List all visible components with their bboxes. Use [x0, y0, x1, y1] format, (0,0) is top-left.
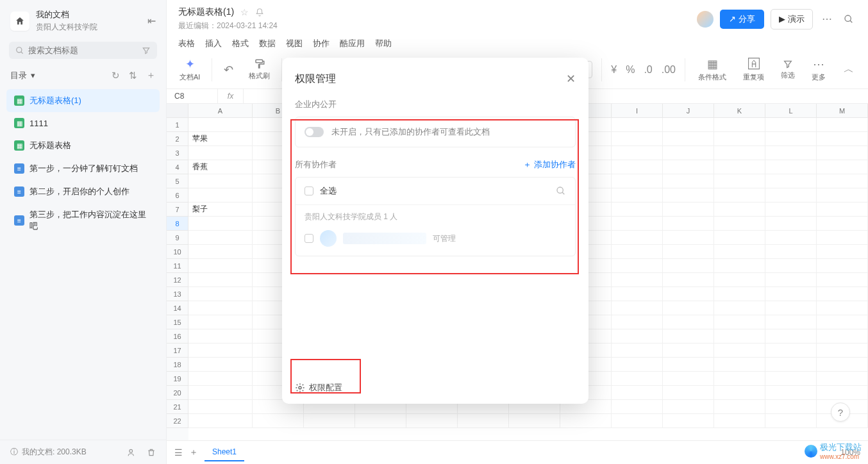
cell[interactable]	[714, 245, 765, 259]
cell[interactable]	[714, 400, 765, 414]
cell[interactable]	[765, 132, 817, 146]
menu-item[interactable]: 酷应用	[340, 38, 365, 49]
cell[interactable]	[188, 146, 253, 160]
cell[interactable]	[612, 174, 663, 188]
cell[interactable]	[612, 414, 663, 428]
cell[interactable]	[817, 203, 868, 217]
row-header[interactable]: 19	[167, 372, 188, 386]
present-button[interactable]: ▶ 演示	[771, 9, 813, 29]
cell[interactable]	[714, 118, 765, 132]
cell[interactable]	[817, 174, 868, 188]
cell[interactable]	[765, 287, 817, 301]
cell[interactable]	[817, 386, 868, 400]
cell[interactable]	[714, 344, 765, 358]
row-header[interactable]: 1	[167, 118, 188, 132]
cell[interactable]	[612, 372, 663, 386]
sidebar-item[interactable]: ≡第三步，把工作内容沉淀在这里吧	[6, 203, 160, 238]
decimal-dec-icon[interactable]: .0	[644, 64, 652, 76]
cell[interactable]	[663, 301, 714, 315]
menu-item[interactable]: 数据	[259, 38, 276, 49]
cell[interactable]	[817, 245, 868, 259]
column-header[interactable]: M	[817, 104, 868, 118]
cell[interactable]	[188, 414, 253, 428]
cell[interactable]	[406, 414, 458, 428]
sidebar-item[interactable]: ▦无标题表格	[6, 134, 160, 157]
cell[interactable]	[765, 259, 817, 273]
row-header[interactable]: 3	[167, 146, 188, 160]
cell[interactable]	[188, 372, 253, 386]
cell[interactable]	[765, 118, 817, 132]
cell[interactable]	[765, 245, 817, 259]
column-header[interactable]: J	[663, 104, 714, 118]
cell[interactable]	[188, 259, 253, 273]
cell[interactable]	[612, 231, 663, 245]
decimal-inc-icon[interactable]: .00	[662, 64, 676, 76]
add-icon[interactable]: ＋	[146, 69, 156, 81]
cell[interactable]	[663, 188, 714, 203]
cell[interactable]	[817, 188, 868, 203]
cell[interactable]	[663, 386, 714, 400]
cell[interactable]	[612, 315, 663, 329]
cell[interactable]	[714, 160, 765, 174]
cell[interactable]	[612, 203, 663, 217]
cell[interactable]	[714, 414, 765, 428]
cell[interactable]	[304, 414, 355, 428]
tool-format-painter[interactable]: 格式刷	[245, 57, 274, 82]
cell[interactable]	[188, 118, 253, 132]
menu-item[interactable]: 插入	[205, 38, 222, 49]
cell[interactable]	[817, 259, 868, 273]
share-button[interactable]: ↗ 分享	[720, 10, 764, 29]
cell[interactable]	[714, 132, 765, 146]
cell[interactable]	[188, 217, 253, 231]
sheet-list-icon[interactable]: ☰	[174, 447, 183, 458]
member-role[interactable]: 可管理	[433, 233, 456, 244]
chevron-down-icon[interactable]: ▾	[31, 70, 35, 80]
menu-item[interactable]: 格式	[232, 38, 249, 49]
public-toggle[interactable]	[305, 127, 324, 137]
tool-ai[interactable]: ✦ 文档AI	[176, 56, 204, 83]
row-header[interactable]: 12	[167, 273, 188, 287]
cell[interactable]	[663, 203, 714, 217]
cell[interactable]	[714, 273, 765, 287]
cell[interactable]: 香蕉	[188, 160, 253, 174]
cell[interactable]	[765, 372, 817, 386]
cell[interactable]	[612, 344, 663, 358]
search-collab-icon[interactable]	[556, 186, 566, 196]
cell[interactable]	[560, 414, 612, 428]
select-all-corner[interactable]	[167, 104, 188, 118]
cell[interactable]	[663, 400, 714, 414]
cell[interactable]	[817, 372, 868, 386]
search-top-icon[interactable]	[841, 12, 856, 27]
members-icon[interactable]	[128, 448, 137, 457]
cell[interactable]	[612, 287, 663, 301]
cell[interactable]	[188, 231, 253, 245]
tool-duplicate[interactable]: 🄰 重复项	[739, 56, 768, 83]
row-header[interactable]: 13	[167, 287, 188, 301]
cell[interactable]	[817, 118, 868, 132]
sidebar-item[interactable]: ≡第一步，一分钟了解钉钉文档	[6, 157, 160, 180]
cell[interactable]	[714, 217, 765, 231]
cell[interactable]	[817, 329, 868, 344]
cell[interactable]	[355, 414, 406, 428]
cell[interactable]	[612, 217, 663, 231]
search-docs[interactable]	[9, 42, 157, 59]
row-header[interactable]: 21	[167, 400, 188, 414]
row-header[interactable]: 22	[167, 414, 188, 428]
avatar[interactable]	[697, 11, 714, 28]
cell[interactable]	[765, 301, 817, 315]
cell[interactable]	[817, 315, 868, 329]
cell[interactable]	[612, 245, 663, 259]
cell[interactable]	[612, 358, 663, 372]
cell[interactable]	[765, 217, 817, 231]
cell[interactable]	[663, 259, 714, 273]
cell[interactable]	[817, 146, 868, 160]
cell[interactable]	[765, 400, 817, 414]
tool-more[interactable]: ⋯ 更多	[808, 56, 830, 83]
cell[interactable]	[765, 273, 817, 287]
cell[interactable]	[663, 273, 714, 287]
cell[interactable]	[458, 414, 509, 428]
cell[interactable]	[714, 386, 765, 400]
cell[interactable]	[765, 414, 817, 428]
cell[interactable]	[714, 287, 765, 301]
cell[interactable]	[188, 386, 253, 400]
